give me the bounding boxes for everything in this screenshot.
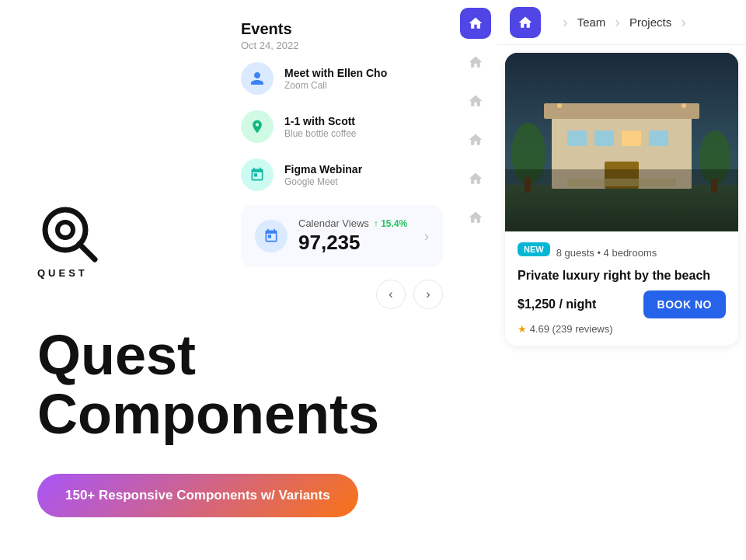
events-date: Oct 24, 2022 [241,40,443,51]
hero-title: Quest Components [37,326,379,443]
property-title: Private luxury right by the beach [518,269,726,283]
stats-label: Calendar Views ↑ 15.4% [298,217,407,229]
event-sub: Zoom Call [284,80,387,91]
svg-rect-6 [544,103,699,119]
property-price: $1,250 / night [518,297,596,311]
stats-growth: ↑ 15.4% [374,218,407,229]
quest-logo-icon [37,202,99,264]
property-image [505,53,738,231]
property-rating: ★ 4.69 (239 reviews) [518,323,726,335]
event-icon-calendar [241,158,274,191]
logo-text: QUEST [37,267,88,279]
nav-separator-1: › [563,13,568,31]
stats-arrow-icon: › [424,228,429,245]
svg-rect-9 [622,130,641,146]
sidebar-icon-home-1[interactable] [460,47,491,78]
event-info: Figma Webinar Google Meet [284,163,362,187]
cta-button[interactable]: 150+ Responsive Components w/ Variants [37,474,358,517]
icons-bar [454,0,497,272]
events-title: Events [241,20,443,38]
stats-left: Calendar Views ↑ 15.4% 97,235 [255,217,407,255]
nav-separator-2: › [615,13,620,31]
book-now-button[interactable]: BOOK NO [643,290,726,318]
svg-rect-7 [567,130,587,146]
property-card: NEW 8 guests • 4 bedrooms Private luxury… [505,53,738,346]
right-panel: › Team › Projects › [497,0,746,560]
star-icon: ★ [518,323,527,335]
nav-home-button[interactable] [510,7,541,38]
next-button[interactable]: › [413,280,443,309]
sidebar-icon-home-2[interactable] [460,85,491,117]
list-item: Meet with Ellen Cho Zoom Call [241,54,443,103]
reviews-count: (239 reviews) [553,323,613,335]
sidebar-icon-home-4[interactable] [460,163,491,194]
rating-value: 4.69 [530,323,549,335]
property-price-row: $1,250 / night BOOK NO [518,290,726,318]
event-icon-location [241,110,274,143]
svg-point-2 [58,222,73,238]
sidebar-icon-home-active[interactable] [460,8,491,39]
event-name: Figma Webinar [284,163,362,176]
prev-button[interactable]: ‹ [376,280,406,309]
stats-card: Calendar Views ↑ 15.4% 97,235 › [241,205,443,267]
svg-rect-10 [649,130,668,146]
event-sub: Google Meet [284,176,362,187]
logo-area: QUEST [37,202,99,279]
nav-separator-3: › [681,13,686,31]
stats-calendar-icon [255,220,288,252]
svg-point-17 [557,103,562,108]
stats-info: Calendar Views ↑ 15.4% 97,235 [298,217,407,255]
list-item: 1-1 with Scott Blue bottle coffee [241,103,443,151]
event-info: 1-1 with Scott Blue bottle coffee [284,115,357,139]
event-name: 1-1 with Scott [284,115,357,127]
event-sub: Blue bottle coffee [284,128,357,139]
nav-arrows: ‹ › [241,280,443,309]
property-info: NEW 8 guests • 4 bedrooms Private luxury… [505,231,738,346]
top-nav: › Team › Projects › [497,0,746,45]
svg-rect-8 [594,130,614,146]
new-badge: NEW [518,242,550,256]
sidebar-icon-home-3[interactable] [460,124,491,155]
sidebar-icon-home-5[interactable] [460,202,491,233]
guests-info: 8 guests • 4 bedrooms [556,247,657,259]
hero-text: Quest Components [37,326,379,443]
list-item: Figma Webinar Google Meet [241,151,443,199]
events-header: Events Oct 24, 2022 [241,8,443,54]
svg-line-1 [79,244,95,259]
event-name: Meet with Ellen Cho [284,67,387,79]
events-panel: Events Oct 24, 2022 Meet with Ellen Cho … [241,8,443,309]
event-info: Meet with Ellen Cho Zoom Call [284,67,387,91]
nav-link-projects[interactable]: Projects [629,16,671,29]
svg-point-18 [682,103,686,108]
svg-rect-19 [505,169,738,231]
nav-link-team[interactable]: Team [577,16,606,29]
event-icon-person [241,62,274,95]
stats-value: 97,235 [298,231,407,255]
